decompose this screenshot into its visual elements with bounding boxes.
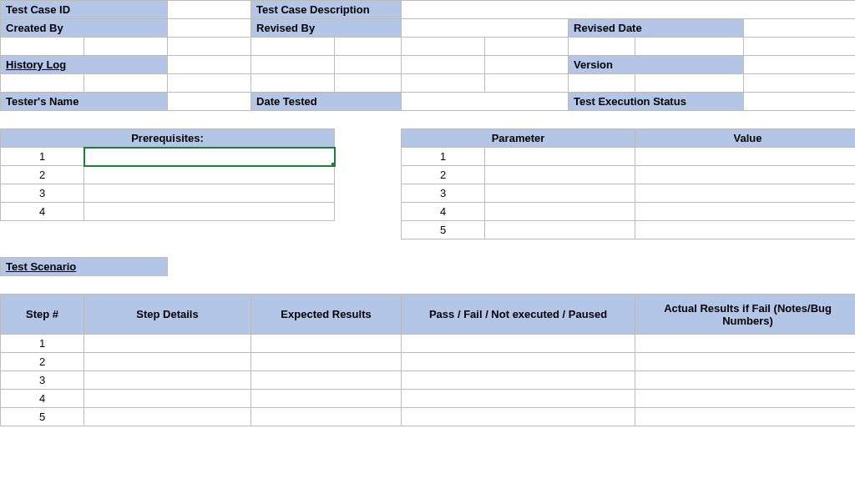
cell-revised-date[interactable] xyxy=(744,19,855,38)
label-value: Value xyxy=(635,129,855,148)
cell-actual[interactable] xyxy=(635,408,855,426)
cell-expected[interactable] xyxy=(251,408,402,426)
cell-param-2[interactable] xyxy=(485,166,635,184)
label-test-case-id: Test Case ID xyxy=(1,1,168,19)
table-row: 5 xyxy=(1,408,856,426)
spreadsheet-test-case-template: Test Case ID Test Case Description Creat… xyxy=(0,0,855,426)
cell-expected[interactable] xyxy=(251,390,402,408)
cell-date-tested[interactable] xyxy=(402,93,569,111)
cell-status[interactable] xyxy=(402,335,635,353)
table-row: 2 xyxy=(1,353,856,371)
step-num: 3 xyxy=(1,371,84,390)
cell-value-1[interactable] xyxy=(635,148,855,166)
step-num: 4 xyxy=(1,390,84,408)
label-prerequisites: Prerequisites: xyxy=(1,129,335,148)
cell-value-4[interactable] xyxy=(635,203,855,221)
step-num: 2 xyxy=(1,353,84,371)
label-version: Version xyxy=(569,56,744,74)
label-created-by: Created By xyxy=(1,19,168,38)
cell-expected[interactable] xyxy=(251,353,402,371)
cell-actual[interactable] xyxy=(635,371,855,390)
param-num: 2 xyxy=(402,166,485,184)
label-parameter: Parameter xyxy=(402,129,635,148)
cell-prereq-3[interactable] xyxy=(84,184,335,203)
cell-revised-by[interactable] xyxy=(402,19,569,38)
cell-expected[interactable] xyxy=(251,371,402,390)
cell-status[interactable] xyxy=(402,408,635,426)
prereq-num: 2 xyxy=(1,166,84,184)
cell-actual[interactable] xyxy=(635,353,855,371)
cell-step-details[interactable] xyxy=(84,371,251,390)
cell-status[interactable] xyxy=(402,371,635,390)
table-row: 1 xyxy=(1,335,856,353)
cell-status[interactable] xyxy=(402,353,635,371)
label-test-scenario: Test Scenario xyxy=(1,258,168,276)
cell-param-5[interactable] xyxy=(485,221,635,239)
cell-step-details[interactable] xyxy=(84,408,251,426)
label-history-log: History Log xyxy=(1,56,168,74)
cell-step-details[interactable] xyxy=(84,353,251,371)
prereq-num: 4 xyxy=(1,203,84,221)
cell-value-5[interactable] xyxy=(635,221,855,239)
label-testers-name: Tester's Name xyxy=(1,93,168,111)
cell-test-case-id[interactable] xyxy=(168,1,251,19)
step-num: 5 xyxy=(1,408,84,426)
label-test-case-desc: Test Case Description xyxy=(251,1,402,19)
param-num: 5 xyxy=(402,221,485,239)
cell-created-by[interactable] xyxy=(168,19,251,38)
label-expected-results: Expected Results xyxy=(251,295,402,335)
table-row: 4 xyxy=(1,390,856,408)
label-step-details: Step Details xyxy=(84,295,251,335)
param-num: 4 xyxy=(402,203,485,221)
label-pass-fail: Pass / Fail / Not executed / Paused xyxy=(402,295,635,335)
cell-step-details[interactable] xyxy=(84,390,251,408)
cell-param-1[interactable] xyxy=(485,148,635,166)
param-num: 1 xyxy=(402,148,485,166)
cell-version[interactable] xyxy=(744,56,855,74)
fill-handle-icon[interactable] xyxy=(331,163,335,166)
cell-param-4[interactable] xyxy=(485,203,635,221)
cell-value-2[interactable] xyxy=(635,166,855,184)
cell-prereq-2[interactable] xyxy=(84,166,335,184)
cell-status[interactable] xyxy=(402,390,635,408)
cell-actual[interactable] xyxy=(635,390,855,408)
label-date-tested: Date Tested xyxy=(251,93,402,111)
cell-expected[interactable] xyxy=(251,335,402,353)
label-revised-by: Revised By xyxy=(251,19,402,38)
cell-step-details[interactable] xyxy=(84,335,251,353)
cell-value-3[interactable] xyxy=(635,184,855,203)
cell-actual[interactable] xyxy=(635,335,855,353)
cell-prereq-1[interactable] xyxy=(84,148,335,166)
label-step-num: Step # xyxy=(1,295,84,335)
label-test-exec-status: Test Execution Status xyxy=(569,93,744,111)
step-num: 1 xyxy=(1,335,84,353)
cell-test-exec-status[interactable] xyxy=(744,93,855,111)
param-num: 3 xyxy=(402,184,485,203)
label-actual-results: Actual Results if Fail (Notes/Bug Number… xyxy=(635,295,855,335)
prereq-num: 1 xyxy=(1,148,84,166)
table-row: 3 xyxy=(1,371,856,390)
cell-param-3[interactable] xyxy=(485,184,635,203)
cell-test-case-desc[interactable] xyxy=(402,1,855,19)
cell-prereq-4[interactable] xyxy=(84,203,335,221)
label-revised-date: Revised Date xyxy=(569,19,744,38)
prereq-num: 3 xyxy=(1,184,84,203)
cell-testers-name[interactable] xyxy=(168,93,251,111)
